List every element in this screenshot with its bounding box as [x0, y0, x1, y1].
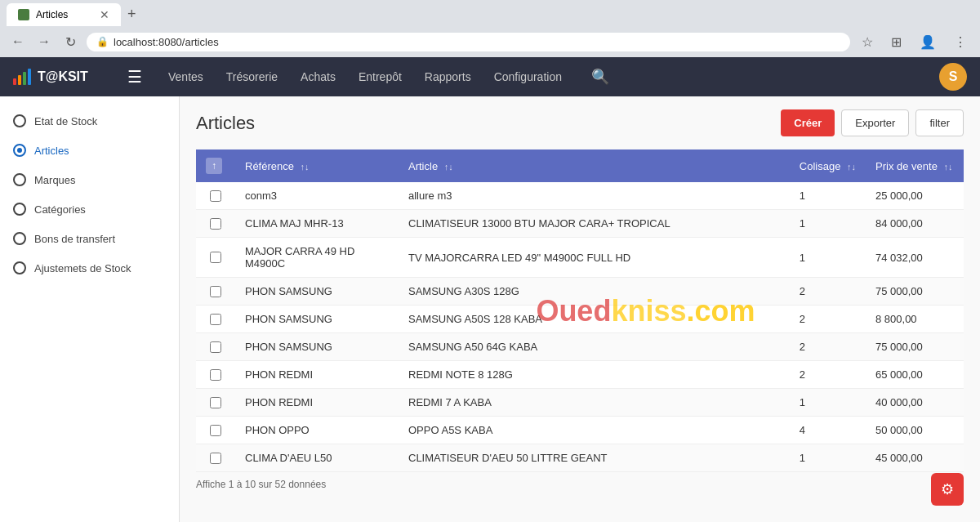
row-checkbox-cell	[196, 333, 235, 361]
filter-button[interactable]: filter	[915, 109, 964, 136]
row-prix: 50 000,00	[866, 417, 964, 444]
row-reference: PHON REDMI	[235, 361, 399, 389]
address-bar[interactable]: 🔒 localhost:8080/articles	[87, 33, 850, 51]
reload-button[interactable]: ↻	[59, 30, 82, 53]
forward-button[interactable]: →	[33, 30, 56, 53]
logo-bar-1	[13, 78, 16, 85]
row-checkbox-cell	[196, 210, 235, 238]
row-reference: PHON REDMI	[235, 389, 399, 417]
nav-rapports[interactable]: Rapports	[415, 65, 481, 88]
row-checkbox[interactable]	[210, 425, 221, 436]
row-prix: 25 000,00	[866, 182, 964, 210]
row-checkbox-cell	[196, 417, 235, 444]
nav-tresorerie[interactable]: Trésorerie	[216, 65, 287, 88]
row-checkbox-cell	[196, 444, 235, 472]
sidebar-item-ajustemets-de-stock[interactable]: Ajustemets de Stock	[0, 253, 179, 283]
table-row[interactable]: PHON REDMI REDMI 7 A KABA 1 40 000,00	[196, 389, 964, 417]
table-row[interactable]: PHON OPPO OPPO A5S KABA 4 50 000,00	[196, 417, 964, 444]
active-tab[interactable]: Articles ✕	[7, 3, 121, 26]
row-checkbox-cell	[196, 389, 235, 417]
menu-icon[interactable]: ⋮	[947, 31, 973, 53]
star-icon[interactable]: ☆	[855, 31, 880, 53]
sort-colisage-icon: ↑↓	[847, 162, 856, 172]
header-reference[interactable]: Référence ↑↓	[235, 149, 399, 182]
header-colisage[interactable]: Colisage ↑↓	[790, 149, 866, 182]
creer-button[interactable]: Créer	[781, 109, 835, 136]
hamburger-button[interactable]: ☰	[127, 67, 142, 87]
row-article: OPPO A5S KABA	[399, 417, 790, 444]
profile-icon[interactable]: 👤	[913, 31, 942, 53]
row-article: SAMSUNG A50S 128 KABA	[399, 306, 790, 333]
table-row[interactable]: CLIMA MAJ MHR-13 CLIMATISEUR 13000 BTU M…	[196, 210, 964, 238]
header-article[interactable]: Article ↑↓	[399, 149, 790, 182]
row-prix: 8 800,00	[866, 306, 964, 333]
table-row[interactable]: PHON REDMI REDMI NOTE 8 128G 2 65 000,00	[196, 361, 964, 389]
new-tab-button[interactable]: +	[121, 2, 143, 26]
extension-icon[interactable]: ⊞	[884, 31, 908, 53]
row-checkbox[interactable]	[210, 252, 221, 263]
row-article: CLIMATISEUR 13000 BTU MAJOR CARA+ TROPIC…	[399, 210, 790, 238]
row-reference: PHON SAMSUNG	[235, 306, 399, 333]
table-row[interactable]: CLIMA D'AEU L50 CLIMATISEUR D'AEU 50 LIT…	[196, 444, 964, 472]
search-icon[interactable]: 🔍	[591, 68, 609, 86]
row-checkbox[interactable]	[210, 314, 221, 325]
exporter-button[interactable]: Exporter	[841, 109, 909, 136]
table-row[interactable]: conm3 allure m3 1 25 000,00	[196, 182, 964, 210]
row-checkbox[interactable]	[210, 397, 221, 408]
table-row[interactable]: PHON SAMSUNG SAMSUNG A50S 128 KABA 2 8 8…	[196, 306, 964, 333]
sidebar-item-categories[interactable]: Catégories	[0, 194, 179, 224]
nav-ventes[interactable]: Ventes	[158, 65, 213, 88]
table-row[interactable]: MAJOR CARRA 49 HD M4900C TV MAJORCARRA L…	[196, 238, 964, 278]
nav-configuration[interactable]: Configuration	[484, 65, 572, 88]
row-checkbox[interactable]	[210, 190, 221, 202]
top-navigation: T@KSIT ☰ Ventes Trésorerie Achats Entrep…	[0, 57, 980, 96]
row-colisage: 4	[790, 417, 866, 444]
row-prix: 74 032,00	[866, 238, 964, 278]
row-article: SAMSUNG A30S 128G	[399, 278, 790, 306]
sidebar-label-ajustemets: Ajustemets de Stock	[34, 262, 131, 274]
page-content: Articles Créer Exporter filter Ouedkniss…	[180, 96, 980, 522]
row-checkbox[interactable]	[210, 286, 221, 297]
row-colisage: 1	[790, 210, 866, 238]
logo-bar-2	[18, 75, 21, 85]
lock-icon: 🔒	[96, 36, 109, 47]
row-checkbox-cell	[196, 182, 235, 210]
row-checkbox[interactable]	[210, 369, 221, 381]
sidebar-icon-marques	[13, 173, 26, 186]
row-colisage: 1	[790, 389, 866, 417]
header-reference-label: Référence	[245, 160, 294, 172]
row-checkbox[interactable]	[210, 453, 221, 464]
tab-close-button[interactable]: ✕	[100, 8, 109, 21]
logo: T@KSIT	[13, 69, 111, 85]
row-colisage: 1	[790, 444, 866, 472]
logo-icon	[13, 69, 31, 85]
nav-entrepot[interactable]: Entrepôt	[349, 65, 412, 88]
sort-reference-icon: ↑↓	[301, 162, 310, 172]
row-reference: MAJOR CARRA 49 HD M4900C	[235, 238, 399, 278]
nav-achats[interactable]: Achats	[291, 65, 345, 88]
row-prix: 75 000,00	[866, 333, 964, 361]
avatar[interactable]: S	[939, 63, 967, 91]
row-checkbox[interactable]	[210, 218, 221, 230]
row-reference: CLIMA MAJ MHR-13	[235, 210, 399, 238]
settings-fab-button[interactable]: ⚙	[931, 473, 964, 506]
row-colisage: 2	[790, 278, 866, 306]
sidebar: Etat de Stock Articles Marques Catégorie…	[0, 96, 180, 522]
row-prix: 45 000,00	[866, 444, 964, 472]
sidebar-item-bons-de-transfert[interactable]: Bons de transfert	[0, 224, 179, 253]
row-checkbox[interactable]	[210, 341, 221, 353]
sort-arrow-icon[interactable]: ↑	[206, 158, 222, 174]
row-article: TV MAJORCARRA LED 49" M4900C FULL HD	[399, 238, 790, 278]
sidebar-item-marques[interactable]: Marques	[0, 165, 179, 194]
table-row[interactable]: PHON SAMSUNG SAMSUNG A30S 128G 2 75 000,…	[196, 278, 964, 306]
row-reference: PHON SAMSUNG	[235, 278, 399, 306]
header-prix-label: Prix de vente	[875, 160, 938, 172]
row-colisage: 2	[790, 361, 866, 389]
back-button[interactable]: ←	[7, 30, 29, 53]
sidebar-item-etat-de-stock[interactable]: Etat de Stock	[0, 106, 179, 136]
sidebar-label-marques: Marques	[34, 174, 76, 186]
table-row[interactable]: PHON SAMSUNG SAMSUNG A50 64G KABA 2 75 0…	[196, 333, 964, 361]
sidebar-label-articles: Articles	[34, 145, 69, 157]
header-prix[interactable]: Prix de vente ↑↓	[866, 149, 964, 182]
sidebar-item-articles[interactable]: Articles	[0, 136, 179, 165]
